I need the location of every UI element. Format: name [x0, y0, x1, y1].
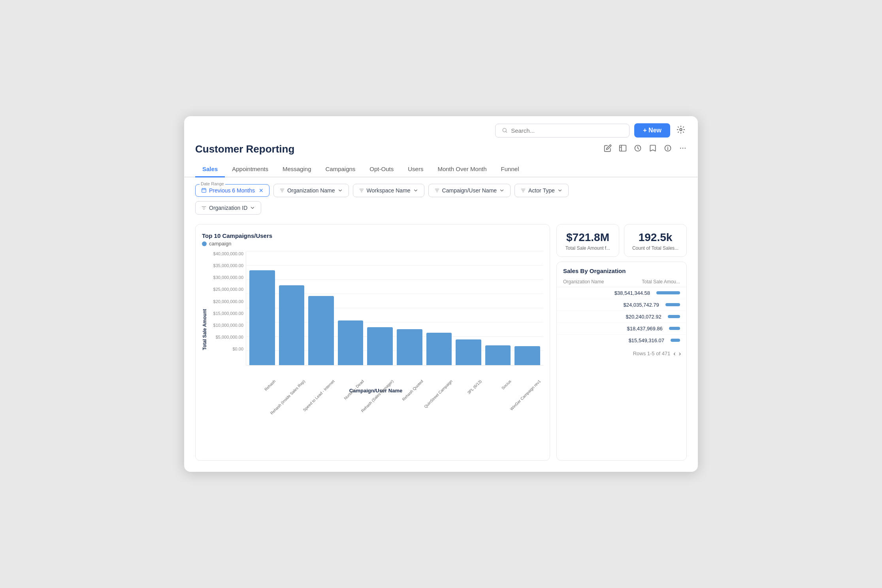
pagination-next[interactable]: › [679, 350, 681, 357]
clock-icon[interactable] [634, 144, 642, 154]
bar [485, 345, 511, 365]
page-title: Customer Reporting [195, 143, 294, 155]
date-range-filter[interactable]: Date Range Previous 6 Months ✕ [195, 184, 270, 197]
table-row: $24,035,742.79 [557, 299, 686, 311]
y-axis: $40,000,000.00$35,000,000.00$30,000,000.… [208, 251, 246, 366]
x-axis-label: Campaign/User Name [208, 388, 543, 394]
table-row: $38,541,344.58 [557, 287, 686, 299]
bar-col: Rehash (Sales Manager) [367, 327, 393, 365]
kpi-label-1: Count of Total Sales... [630, 245, 681, 251]
kpi-row: $721.8M Total Sale Amount f... 192.5k Co… [556, 224, 687, 257]
pagination-prev[interactable]: ‹ [673, 350, 675, 357]
chart-title: Top 10 Campaigns/Users [202, 232, 543, 239]
bar [249, 270, 275, 365]
gear-icon [677, 125, 685, 134]
svg-point-1 [680, 128, 682, 131]
more-icon[interactable] [679, 144, 687, 154]
chart-legend: campaign [202, 241, 543, 247]
bars-container: RehashRehash (Inside Sales Rep)Speed to … [246, 251, 543, 366]
filters-row-1: Date Range Previous 6 Months ✕ Organizat… [184, 177, 698, 197]
sales-table-card: Sales By Organization Organization Name … [556, 262, 687, 461]
y-tick: $10,000,000.00 [208, 323, 243, 328]
bar [397, 329, 422, 365]
bar-label: Rehash (Sales Manager) [360, 379, 394, 413]
filter-icon-at [520, 188, 526, 193]
y-tick: $25,000,000.00 [208, 287, 243, 292]
col-total-sale: Total Sale Amou... [642, 279, 680, 285]
sales-amount: $15,549,316.07 [563, 337, 664, 343]
page-header: Customer Reporting [184, 141, 698, 162]
template-icon[interactable] [619, 144, 627, 154]
top-bar: + New [184, 116, 698, 141]
chevron-down-icon-ws [413, 188, 418, 193]
sales-amount: $38,541,344.58 [563, 290, 650, 296]
tab-campaigns[interactable]: Campaigns [318, 162, 362, 177]
table-row: $20,240,072.92 [557, 311, 686, 323]
bar-col: Rehash (Inside Sales Rep) [279, 285, 305, 365]
tab-sales[interactable]: Sales [195, 162, 225, 177]
info-icon[interactable] [664, 144, 672, 154]
tab-users[interactable]: Users [401, 162, 430, 177]
pagination-text: Rows 1-5 of 471 [633, 351, 671, 356]
bookmark-icon[interactable] [649, 144, 657, 154]
pagination-row: Rows 1-5 of 471 ‹ › [557, 346, 686, 361]
bar-label: Speed to Lead - Internet [302, 379, 335, 412]
sales-bar [668, 315, 680, 318]
kpi-value-1: 192.5k [630, 232, 681, 244]
legend-label: campaign [209, 241, 231, 247]
new-button[interactable]: + New [634, 123, 670, 138]
chevron-down-icon-oi [250, 205, 255, 211]
bar [308, 296, 334, 365]
search-input[interactable] [511, 127, 623, 134]
tab-opt-outs[interactable]: Opt-Outs [362, 162, 401, 177]
date-range-label: Date Range [200, 181, 225, 186]
bar-col: Speed to Lead - Internet [308, 296, 334, 365]
table-row: $18,437,969.86 [557, 323, 686, 335]
kpi-card-0: $721.8M Total Sale Amount f... [556, 224, 619, 257]
chevron-down-icon-cu [499, 188, 505, 193]
bar-col: WinGer Campaign rev1 [514, 346, 540, 365]
edit-icon[interactable] [604, 144, 612, 154]
search-box[interactable] [495, 124, 629, 138]
workspace-name-filter[interactable]: Workspace Name [353, 184, 424, 197]
bar-col: Rehash [249, 270, 275, 365]
y-tick: $35,000,000.00 [208, 263, 243, 268]
sales-bar [669, 327, 680, 330]
org-id-filter[interactable]: Organization ID [195, 201, 261, 215]
bar-col: 3PL (6/13) [456, 339, 481, 365]
date-range-value: Previous 6 Months [209, 187, 255, 194]
sales-table-title: Sales By Organization [557, 262, 686, 277]
bar-col: Socius [485, 345, 511, 365]
y-axis-label: Total Sale Amount [202, 251, 207, 394]
campaign-user-filter[interactable]: Campaign/User Name [428, 184, 511, 197]
bar-col: Nurture - Dead [338, 320, 364, 365]
tab-appointments[interactable]: Appointments [225, 162, 275, 177]
settings-button[interactable] [675, 124, 687, 138]
svg-point-5 [680, 148, 681, 149]
main-content: Top 10 Campaigns/Users campaign Total Sa… [184, 220, 698, 472]
sales-bar [671, 339, 680, 342]
date-range-close[interactable]: ✕ [259, 187, 264, 194]
tab-funnel[interactable]: Funnel [494, 162, 526, 177]
org-id-label: Organization ID [209, 205, 247, 211]
legend-dot [202, 241, 207, 246]
sales-amount: $20,240,072.92 [563, 314, 662, 320]
search-icon [502, 127, 508, 134]
org-name-label: Organization Name [287, 187, 335, 194]
bar [367, 327, 393, 365]
svg-rect-8 [202, 188, 206, 192]
tab-month-over-month[interactable]: Month Over Month [430, 162, 494, 177]
chart-card: Top 10 Campaigns/Users campaign Total Sa… [195, 224, 550, 461]
actor-type-filter[interactable]: Actor Type [514, 184, 569, 197]
sales-table-body: $38,541,344.58$24,035,742.79$20,240,072.… [557, 287, 686, 346]
y-tick: $20,000,000.00 [208, 299, 243, 304]
filter-icon-cu [434, 188, 440, 193]
org-name-filter[interactable]: Organization Name [273, 184, 349, 197]
bar [279, 285, 305, 365]
svg-point-7 [685, 148, 686, 149]
bar-label: Rehash (Inside Sales Rep) [270, 379, 306, 415]
filters-row-2: Organization ID [184, 197, 698, 220]
bar [456, 339, 481, 365]
tab-messaging[interactable]: Messaging [275, 162, 318, 177]
bar [426, 333, 452, 365]
